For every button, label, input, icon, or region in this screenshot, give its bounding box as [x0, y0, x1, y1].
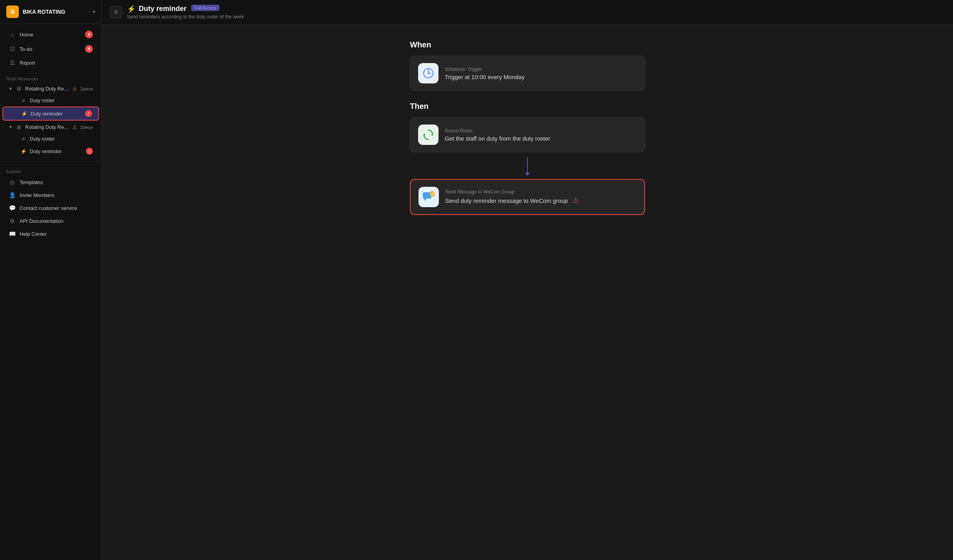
- sidebar-item-invite[interactable]: 👤 Invite Members: [2, 189, 99, 201]
- send-message-type-label: Send Message to WeCom Group: [445, 189, 636, 195]
- workspace-name: BIKA ROTATING: [23, 9, 93, 15]
- send-message-card-content: Send Message to WeCom Group Send duty re…: [445, 189, 636, 205]
- duty-reminder-2-item[interactable]: ⚡ Duty reminder !: [2, 145, 99, 157]
- access-badge: Full Access: [191, 5, 219, 11]
- warning-icon-2: ⚠: [72, 124, 77, 130]
- api-icon: ⚙: [9, 218, 16, 224]
- tree-group-2: ▼ ⊞ Rotating Duty Remin... ⚠ 2piece # Du…: [0, 121, 101, 158]
- report-icon: ☰: [9, 60, 16, 66]
- api-label: API Documentation: [20, 218, 93, 224]
- node-resources-label: Node Resources: [0, 72, 101, 83]
- duty-reminder-1-item[interactable]: ⚡ Duty reminder !: [2, 107, 99, 121]
- group2-label: Rotating Duty Remin...: [25, 124, 71, 130]
- explore-section: Explore ◎ Templates 👤 Invite Members 💬 C…: [0, 162, 101, 244]
- svg-marker-8: [424, 199, 427, 201]
- templates-label: Templates: [20, 179, 93, 185]
- main-content: ≡ ⚡ Duty reminder Full Access Send remin…: [102, 0, 953, 560]
- flow-container: When Scheduler Trigger Trigger at 10:00 …: [410, 40, 645, 220]
- connector-line: [527, 157, 528, 173]
- sidebar-item-home[interactable]: ⌂ Home 4: [2, 27, 99, 42]
- svg-marker-6: [424, 133, 426, 136]
- grid-icon-1: ⊞: [16, 86, 22, 92]
- tree-toggle-2: ▼: [9, 125, 13, 129]
- group1-label: Rotating Duty Remin...: [25, 86, 71, 92]
- round-robin-icon-wrap: [418, 125, 438, 145]
- svg-marker-5: [431, 133, 433, 136]
- topbar-title-row: ⚡ Duty reminder Full Access: [127, 5, 945, 13]
- scheduler-trigger-card[interactable]: Scheduler Trigger Trigger at 10:00 every…: [410, 56, 645, 91]
- invite-label: Invite Members: [20, 192, 93, 198]
- round-robin-icon: [422, 128, 435, 141]
- page-title: Duty reminder: [139, 5, 187, 13]
- tree-group-1: ▼ ⊞ Rotating Duty Remin... ⚠ 2piece # Du…: [0, 83, 101, 121]
- hamburger-icon: ≡: [114, 9, 118, 16]
- main-nav: ⌂ Home 4 ☑ To-do 4 ☰ Report: [0, 24, 101, 72]
- duty-roster-2-item[interactable]: # Duty roster: [2, 133, 99, 145]
- duty-roster-1-item[interactable]: # Duty roster: [2, 95, 99, 106]
- page-subtitle: Send reminders according to the duty ros…: [127, 14, 945, 20]
- scheduler-description: Trigger at 10:00 every Monday: [445, 74, 637, 80]
- home-icon: ⌂: [9, 31, 16, 38]
- lightning-icon-2: ⚡: [20, 148, 27, 154]
- group1-count: 2piece: [80, 87, 93, 91]
- then-label: Then: [410, 102, 645, 111]
- send-message-card[interactable]: Send Message to WeCom Group Send duty re…: [410, 179, 645, 215]
- error-dot-1: !: [85, 110, 92, 117]
- sidebar-item-contact[interactable]: 💬 Contact customer service: [2, 202, 99, 214]
- send-message-error-icon: ⚠: [573, 197, 579, 204]
- round-robin-card[interactable]: Round Robin Get the staff on duty from t…: [410, 117, 645, 152]
- contact-icon: 💬: [9, 205, 16, 211]
- svg-point-9: [429, 191, 435, 197]
- help-icon: 📖: [9, 231, 16, 237]
- clock-icon: [422, 67, 435, 79]
- tree-toggle-1: ▼: [9, 87, 13, 91]
- svg-point-4: [428, 73, 429, 74]
- scheduler-type-label: Scheduler Trigger: [445, 67, 637, 72]
- todo-badge: 4: [85, 45, 93, 53]
- wecom-icon: [422, 190, 436, 204]
- topbar: ≡ ⚡ Duty reminder Full Access Send remin…: [102, 0, 953, 25]
- lightning-icon-1: ⚡: [21, 111, 27, 117]
- hash-icon-1: #: [20, 98, 27, 103]
- menu-button[interactable]: ≡: [110, 6, 122, 18]
- round-robin-card-content: Round Robin Get the staff on duty from t…: [445, 128, 637, 142]
- chevron-down-icon: ▾: [93, 9, 95, 14]
- todo-icon: ☑: [9, 46, 16, 52]
- sidebar-item-templates[interactable]: ◎ Templates: [2, 176, 99, 188]
- topbar-content: ⚡ Duty reminder Full Access Send reminde…: [127, 5, 945, 20]
- contact-label: Contact customer service: [20, 205, 93, 211]
- help-label: Help Center: [20, 231, 93, 237]
- send-message-icon-wrap: [419, 187, 439, 207]
- group2-count: 2piece: [80, 125, 93, 130]
- duty-roster-2-label: Duty roster: [30, 136, 93, 142]
- duty-reminder-2-label: Duty reminder: [30, 148, 86, 154]
- sidebar-item-report[interactable]: ☰ Report: [2, 56, 99, 69]
- round-robin-description: Get the staff on duty from the duty rost…: [445, 135, 637, 142]
- connector-arrow: [525, 173, 530, 176]
- flow-connector: [410, 157, 645, 176]
- scheduler-card-content: Scheduler Trigger Trigger at 10:00 every…: [445, 67, 637, 80]
- duty-reminder-1-label: Duty reminder: [31, 111, 85, 117]
- sidebar-item-api[interactable]: ⚙ API Documentation: [2, 215, 99, 227]
- invite-icon: 👤: [9, 192, 16, 198]
- tree-group-1-header[interactable]: ▼ ⊞ Rotating Duty Remin... ⚠ 2piece: [2, 83, 99, 94]
- when-label: When: [410, 40, 645, 49]
- workspace-header[interactable]: B BIKA ROTATING ▾: [0, 0, 101, 24]
- topbar-lightning-icon: ⚡: [127, 5, 136, 13]
- warning-icon-1: ⚠: [72, 86, 77, 92]
- sidebar-item-todo[interactable]: ☑ To-do 4: [2, 42, 99, 56]
- flow-canvas: When Scheduler Trigger Trigger at 10:00 …: [102, 25, 953, 560]
- explore-label: Explore: [0, 165, 101, 175]
- sidebar-item-help[interactable]: 📖 Help Center: [2, 228, 99, 240]
- tree-group-2-header[interactable]: ▼ ⊞ Rotating Duty Remin... ⚠ 2piece: [2, 121, 99, 133]
- send-message-description: Send duty reminder message to WeCom grou…: [445, 196, 636, 205]
- duty-roster-1-label: Duty roster: [30, 98, 93, 103]
- workspace-avatar: B: [6, 5, 19, 18]
- round-robin-type-label: Round Robin: [445, 128, 637, 134]
- todo-label: To-do: [20, 46, 85, 52]
- sidebar: B BIKA ROTATING ▾ ⌂ Home 4 ☑ To-do 4 ☰ R…: [0, 0, 102, 560]
- grid-icon-2: ⊞: [16, 124, 22, 130]
- error-dot-2: !: [86, 148, 93, 155]
- home-badge: 4: [85, 31, 93, 38]
- hash-icon-2: #: [20, 136, 27, 142]
